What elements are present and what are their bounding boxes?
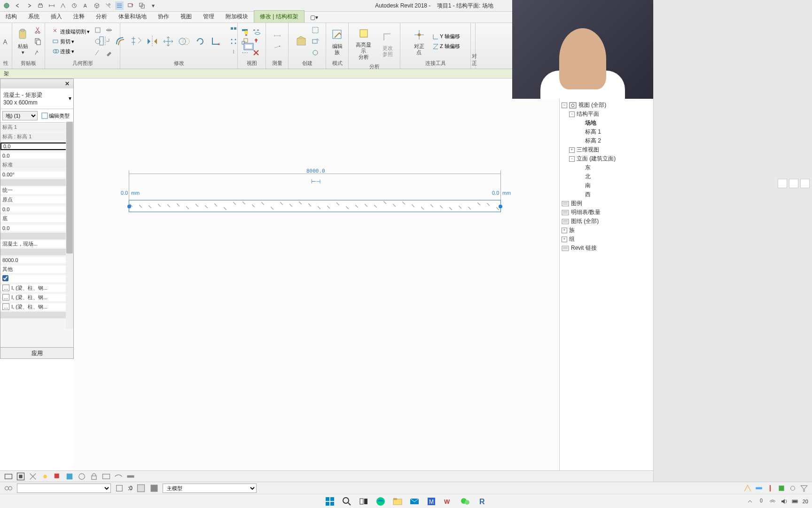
property-row[interactable]: ...I, (梁、柱、钢... [0,284,73,293]
tree-item[interactable]: 图例 [562,199,651,208]
tab-analyze[interactable]: 分析 [90,11,113,23]
scrollbar-thumb[interactable] [66,122,73,254]
shadow-icon[interactable] [53,472,62,481]
section-icon[interactable] [104,1,112,10]
mail-button[interactable] [407,495,422,508]
dim-icon[interactable] [70,1,78,10]
highlight-analytical-button[interactable]: 高亮显示分析 [351,25,376,61]
scrollbar[interactable] [66,121,73,328]
temp-hide-icon[interactable] [102,472,111,481]
property-row[interactable]: 0.0 [0,223,73,233]
property-row[interactable] [0,274,73,284]
tree-item[interactable]: 标高 1 [562,127,651,136]
paint-icon[interactable] [93,48,103,58]
tree-item[interactable]: Revit 链接 [562,244,651,253]
tree-root[interactable]: − 视图 (全部) [562,101,651,110]
app-menu-icon[interactable] [2,1,11,10]
chevron-down-icon[interactable]: ▾ [149,1,157,10]
design-options-icon[interactable] [136,484,146,492]
cut-geom-button[interactable]: 剪切 ▾ [51,37,92,46]
tree-item[interactable]: 东 [562,163,651,172]
tab-modify[interactable]: 修改 | 结构框架 [254,10,304,23]
tree-item[interactable]: 场地 [562,119,651,127]
grid-icon[interactable] [778,179,787,188]
select-pinned-icon[interactable] [766,484,774,492]
tree-item[interactable]: 明细表/数量 [562,208,651,217]
match-icon[interactable] [33,48,43,58]
hammer-icon[interactable] [104,48,114,58]
expand-icon[interactable]: + [562,228,567,233]
expand-icon[interactable]: + [562,237,567,242]
create-similar-icon[interactable] [294,34,309,49]
create-part-icon[interactable] [310,48,320,58]
unpin-icon[interactable] [228,48,239,58]
wps-button[interactable]: W [441,495,455,508]
align-tool-icon[interactable] [97,34,112,49]
tree-item[interactable]: +族 [562,226,651,235]
search-button[interactable] [340,495,354,508]
tree-item[interactable]: 西 [562,190,651,199]
lock-icon[interactable] [89,472,99,481]
crop-icon[interactable] [65,472,74,481]
beam-handle-right[interactable] [499,205,502,208]
tab-manage[interactable]: 管理 [197,11,220,23]
left-offset-value[interactable]: 0.0 mm [121,190,140,196]
dimension-grip-icon[interactable]: ⊢⊣ [311,178,320,185]
tab-annotate[interactable]: 注释 [68,11,90,23]
app-button[interactable]: M [424,495,438,508]
rotate-tool-icon[interactable] [193,34,208,49]
sun-icon[interactable] [40,472,50,481]
trim-ext-icon[interactable] [228,25,239,35]
tab-massing[interactable]: 体量和场地 [113,11,152,23]
cope-button[interactable]: 连接端切割 ▾ [51,27,92,36]
drag-icon[interactable] [789,484,797,492]
modify-icon[interactable] [2,36,10,47]
wifi-icon[interactable] [769,498,776,505]
tree-item[interactable]: +三维视图 [562,145,651,154]
array-icon[interactable] [228,36,239,47]
dimension-icon[interactable] [269,31,286,41]
property-row[interactable]: 标高 1 [0,123,73,132]
join-button[interactable]: 连接 ▾ [51,47,92,56]
apply-button[interactable]: 应用 [0,347,73,358]
paste-button[interactable]: 粘贴▾ [14,26,32,56]
battery-icon[interactable] [791,498,799,505]
switch-win-icon[interactable] [138,1,146,10]
beam-handle-left[interactable] [127,205,131,208]
select-links-icon[interactable] [743,484,752,492]
property-row[interactable]: 0.0 [0,142,73,151]
property-row[interactable]: 0.00° [0,170,73,179]
clock[interactable]: 20 [803,499,808,504]
y-offset-button[interactable]: Y 轴偏移 [430,32,462,41]
brush-icon[interactable] [800,179,810,188]
model-select[interactable]: 主模型 [163,484,257,493]
tab-structure[interactable]: 结构 [0,11,23,23]
chevron-up-icon[interactable] [746,498,754,505]
property-row[interactable]: ...I, (梁、柱、钢... [0,293,73,302]
detail-icon[interactable] [16,472,25,481]
undo-icon[interactable] [14,1,22,10]
property-row[interactable]: 底 [0,214,73,223]
volume-icon[interactable] [780,498,788,505]
property-row[interactable]: 8000.0 [0,255,73,265]
property-row[interactable]: 标高 : 标高 1 [0,132,73,142]
tab-systems[interactable]: 系统 [23,11,45,23]
mirror-axis-icon[interactable] [129,34,144,49]
property-row[interactable]: 标准 [0,160,73,170]
edit-family-button[interactable]: 编辑族 [328,26,346,56]
taskview-button[interactable] [357,495,371,508]
type-selector[interactable]: 混凝土 - 矩形梁 300 x 600mm ▾ [0,88,73,109]
right-offset-value[interactable]: 0.0 mm [492,190,511,196]
tab-view[interactable]: 视图 [175,11,197,23]
tree-item[interactable]: -立面 (建筑立面) [562,154,651,163]
redo-icon[interactable] [25,1,33,10]
measure-tool-icon[interactable] [269,42,286,52]
hide-icon[interactable] [252,28,263,39]
collapse-icon[interactable]: - [569,111,575,117]
dimension-value[interactable]: 8000.0 [306,168,325,174]
justify-point-button[interactable]: 对正点 [409,26,429,56]
select-underlay-icon[interactable] [755,484,763,492]
start-button[interactable] [323,495,337,508]
edit-type-button[interactable]: 编辑类型 [39,111,71,120]
style-icon[interactable] [28,472,38,481]
